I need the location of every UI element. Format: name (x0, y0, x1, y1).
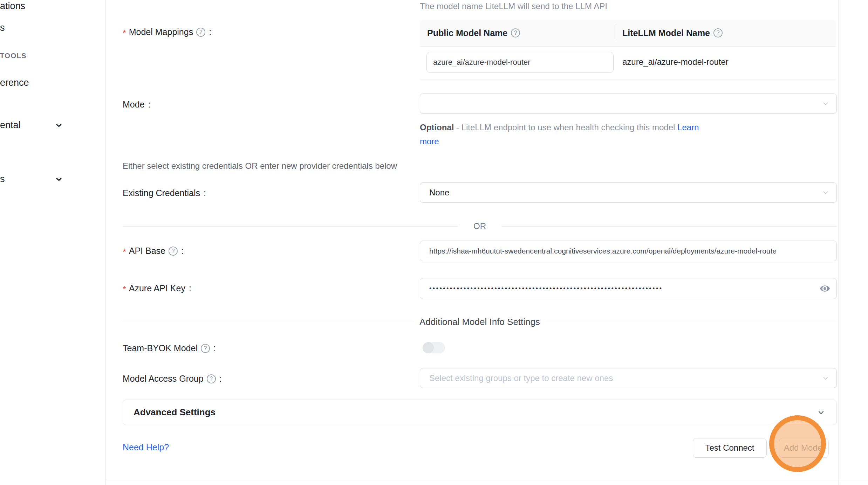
label-text: Team-BYOK Model (123, 343, 198, 353)
column-divider (615, 25, 615, 41)
help-icon[interactable]: ? (207, 374, 216, 383)
azure-api-key-label: * Azure API Key : (123, 283, 191, 293)
mode-select[interactable] (420, 93, 837, 114)
sidebar-item[interactable]: s (0, 22, 5, 33)
sidebar-item-settings[interactable]: s (0, 174, 5, 185)
chevron-down-icon[interactable] (55, 121, 63, 130)
additional-info-divider-label: Additional Model Info Settings (414, 317, 545, 327)
help-icon[interactable]: ? (511, 28, 520, 37)
model-name-help-text: The model name LiteLLM will send to the … (420, 1, 607, 11)
label-text: Model Mappings (129, 27, 193, 37)
help-body: - LiteLLM endpoint to use when health ch… (456, 123, 675, 132)
label-text: Existing Credentials (123, 188, 200, 198)
label-colon: : (181, 246, 184, 256)
litellm-model-name-value: azure_ai/azure-model-router (622, 57, 729, 67)
advanced-settings-panel[interactable]: Advanced Settings (123, 400, 837, 425)
sidebar-item-experimental[interactable]: ental (0, 120, 21, 131)
existing-credentials-select[interactable]: None (420, 182, 837, 203)
model-access-group-label: Model Access Group ? : (123, 374, 222, 384)
label-text: Azure API Key (129, 283, 185, 293)
required-marker: * (123, 28, 126, 38)
public-model-name-header: Public Model Name ? (420, 28, 615, 38)
add-model-button[interactable]: Add Model (779, 438, 829, 458)
sidebar-item-label: erence (0, 77, 29, 88)
help-icon[interactable]: ? (169, 247, 178, 256)
toggle-knob (423, 342, 434, 353)
model-mappings-table: Public Model Name ? LiteLLM Model Name ?… (420, 20, 836, 79)
divider-line (123, 226, 458, 227)
chevron-down-icon (822, 374, 829, 382)
sidebar-item-reference[interactable]: erence (0, 77, 29, 88)
advanced-settings-title: Advanced Settings (134, 407, 216, 418)
sidebar: ations s TOOLS erence ental s (0, 0, 106, 485)
test-connect-button[interactable]: Test Connect (693, 438, 767, 458)
toggle-password-visibility-button[interactable] (819, 283, 831, 295)
chevron-down-icon (822, 100, 829, 108)
existing-credentials-value: None (429, 188, 449, 198)
azure-api-key-input[interactable]: ••••••••••••••••••••••••••••••••••••••••… (420, 278, 837, 299)
label-colon: : (209, 27, 211, 37)
required-marker: * (123, 284, 126, 295)
model-access-group-select[interactable]: Select existing groups or type to create… (420, 368, 837, 388)
sidebar-item-label: ations (0, 1, 25, 11)
chevron-down-icon (822, 189, 829, 196)
label-colon: : (148, 99, 151, 110)
need-help-link[interactable]: Need Help? (123, 442, 169, 452)
help-icon[interactable]: ? (201, 344, 210, 353)
label-colon: : (204, 188, 206, 198)
divider-line (501, 226, 837, 227)
api-base-label: * API Base ? : (123, 246, 184, 256)
sidebar-item-organizations[interactable]: ations (0, 1, 25, 12)
add-model-page: ations s TOOLS erence ental s The model … (0, 0, 868, 485)
column-header-label: Public Model Name (427, 28, 507, 38)
sidebar-item-label: s (0, 22, 5, 33)
credentials-note: Either select existing credentials OR en… (123, 161, 397, 171)
divider-line (545, 322, 837, 322)
existing-credentials-label: Existing Credentials : (123, 188, 206, 198)
button-label: Test Connect (705, 443, 754, 453)
content-right-border (838, 0, 839, 485)
table-header-row: Public Model Name ? LiteLLM Model Name ? (420, 20, 836, 47)
mode-label: Mode : (123, 99, 151, 110)
help-icon[interactable]: ? (196, 28, 205, 37)
model-access-group-placeholder: Select existing groups or type to create… (429, 373, 613, 383)
label-text: Model Access Group (123, 374, 204, 384)
api-base-value: https://ishaa-mh6uutut-swedencentral.cog… (429, 247, 827, 255)
or-divider-label: OR (458, 221, 501, 231)
label-colon: : (213, 343, 216, 353)
additional-info-divider: Additional Model Info Settings (123, 317, 837, 327)
sidebar-section-tools: TOOLS (0, 52, 27, 60)
add-model-form: The model name LiteLLM will send to the … (106, 0, 838, 485)
required-marker: * (123, 247, 126, 257)
chevron-down-icon (817, 408, 825, 417)
label-text: Mode (123, 99, 145, 110)
mode-help-text: Optional - LiteLLM endpoint to use when … (420, 120, 705, 148)
eye-icon (819, 283, 831, 294)
team-byok-label: Team-BYOK Model ? : (123, 343, 216, 353)
table-row: azure_ai/azure-model-router (420, 47, 836, 79)
chevron-down-icon[interactable] (55, 175, 63, 183)
help-icon[interactable]: ? (713, 28, 723, 37)
sidebar-item-label: s (0, 174, 5, 184)
divider-line (123, 322, 414, 322)
label-colon: : (219, 374, 222, 384)
button-label: Add Model (784, 443, 824, 453)
column-header-label: LiteLLM Model Name (622, 28, 710, 38)
help-prefix: Optional (420, 123, 454, 132)
content-bottom-border (106, 480, 868, 480)
or-divider: OR (123, 221, 837, 231)
public-model-name-input[interactable] (426, 52, 614, 73)
litellm-model-name-header: LiteLLM Model Name ? (615, 28, 723, 38)
azure-api-key-masked-value: ••••••••••••••••••••••••••••••••••••••••… (429, 285, 677, 292)
sidebar-item-label: ental (0, 120, 21, 130)
api-base-input[interactable]: https://ishaa-mh6uutut-swedencentral.cog… (420, 241, 837, 261)
label-colon: : (189, 283, 191, 293)
label-text: API Base (129, 246, 165, 256)
sidebar-section-label: TOOLS (0, 52, 27, 60)
team-byok-toggle[interactable] (423, 342, 445, 353)
model-mappings-label: * Model Mappings ? : (123, 27, 211, 37)
